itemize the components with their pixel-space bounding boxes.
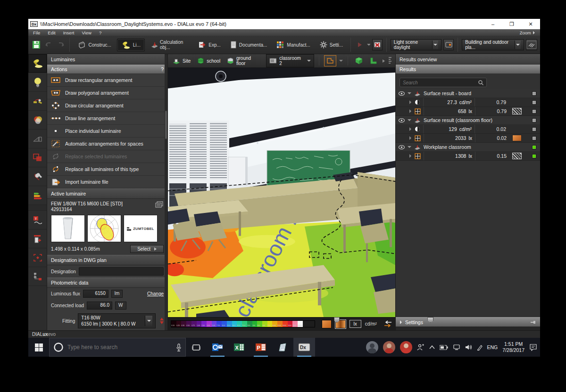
results-search[interactable] <box>400 78 487 87</box>
rail-lamps-tool[interactable] <box>28 73 47 92</box>
expand-icon[interactable] <box>409 154 412 158</box>
crumb-floor[interactable]: ground floor <box>225 55 263 67</box>
expand-icon[interactable] <box>409 136 412 140</box>
lx-unit-button[interactable]: lx <box>350 320 361 328</box>
title-bar[interactable]: Dx \\Mac\Home\Downloads\Classroom_Daylig… <box>28 19 540 29</box>
help-icon[interactable]: ? <box>161 66 164 72</box>
swatch-orange[interactable] <box>512 135 522 141</box>
crumb-building[interactable]: school <box>195 57 222 65</box>
rail-energy-tool[interactable] <box>28 186 47 205</box>
crumb-site[interactable]: Site <box>171 57 192 65</box>
people-avatar-3[interactable] <box>400 341 412 353</box>
plan-view-button[interactable] <box>324 55 336 66</box>
rail-text-tool[interactable]: T <box>28 211 47 229</box>
action-import-luminaire-file[interactable]: Import luminaire file <box>47 176 167 188</box>
tab-settings[interactable]: Setti... <box>316 39 347 50</box>
microphone-icon[interactable] <box>176 343 182 351</box>
photometric-curve-thumbnail[interactable] <box>87 215 121 242</box>
change-link[interactable]: Change <box>147 291 164 296</box>
cdm2-unit-label[interactable]: cd/m² <box>365 321 377 327</box>
left-panel-scrollbar[interactable] <box>165 54 167 330</box>
view-more-arrow[interactable] <box>383 59 385 63</box>
menu-help[interactable]: ? <box>99 30 101 35</box>
view-3d-button[interactable] <box>353 55 365 67</box>
light-scene-dropdown[interactable]: Light scene daylight <box>391 39 441 50</box>
collapse-icon[interactable] <box>408 92 411 95</box>
swatch-hatched[interactable] <box>512 108 522 114</box>
expand-icon[interactable] <box>409 109 412 113</box>
menu-edit[interactable]: Edit <box>48 30 55 35</box>
luminous-flux-value[interactable]: 6150 <box>83 290 108 298</box>
calc-dropdown-arrow[interactable] <box>367 43 370 46</box>
collapse-icon[interactable] <box>408 119 411 122</box>
menu-insert[interactable]: Insert <box>63 30 75 35</box>
people-avatar-1[interactable] <box>366 341 378 353</box>
view-2d-button[interactable] <box>367 55 380 67</box>
menu-file[interactable]: File <box>33 30 40 35</box>
save-button[interactable] <box>31 39 42 51</box>
tab-construction[interactable]: Construc... <box>74 39 115 50</box>
action-draw-polygonal[interactable]: Draw polygonal arrangement <box>47 87 167 99</box>
eye-icon[interactable] <box>399 118 405 122</box>
speaker-icon[interactable] <box>465 344 472 350</box>
action-draw-rectangular[interactable]: Draw rectangular arrangement <box>47 74 167 87</box>
taskbar-excel[interactable]: X <box>228 338 250 357</box>
fitting-dropdown[interactable]: T16 80W 6150 lm | 3000 K | 80.0 W <box>78 313 156 328</box>
reset-scale-icon[interactable] <box>383 320 392 328</box>
task-view-button[interactable] <box>186 338 207 357</box>
result-row-workplane-illuminance[interactable]: 1308lx 0.15 <box>396 152 540 161</box>
people-avatar-2[interactable] <box>383 341 395 353</box>
action-draw-line[interactable]: Draw line arrangement <box>47 112 167 125</box>
action-draw-circular[interactable]: Draw circular arrangement <box>47 99 167 112</box>
cancel-calculation-button[interactable] <box>372 39 383 50</box>
light-scene-display-button[interactable] <box>443 39 454 50</box>
collapse-icon[interactable] <box>408 146 411 148</box>
action-place-individual[interactable]: Place individual luminaire <box>47 125 167 138</box>
copy-datasheet-icon[interactable] <box>155 201 164 208</box>
eye-icon[interactable] <box>399 91 405 96</box>
luminaire-photo-thumbnail[interactable] <box>51 215 85 242</box>
network-icon[interactable] <box>453 344 460 350</box>
viewport-3d-scene[interactable]: classroom 2 <box>168 68 395 317</box>
room-selector[interactable]: classroom 2 <box>266 54 315 67</box>
rail-maintenance-tool[interactable] <box>28 167 47 186</box>
rail-connections-tool[interactable] <box>28 267 47 286</box>
result-group-floor[interactable]: Surface result (classroom floor) <box>396 116 540 125</box>
pin-icon[interactable] <box>531 320 536 324</box>
tab-light[interactable]: Li... <box>117 39 145 51</box>
action-replace-all[interactable]: Replace all luminaires of this type <box>47 163 167 176</box>
view-notes-icon[interactable] <box>388 57 392 65</box>
connected-load-value[interactable]: 86.0 <box>87 302 112 310</box>
close-button[interactable]: ✕ <box>521 19 540 29</box>
language-indicator[interactable]: ENG <box>487 344 498 350</box>
rail-focus-tool[interactable] <box>28 248 47 267</box>
maximize-button[interactable]: ❐ <box>502 19 521 29</box>
eye-icon[interactable] <box>399 145 405 149</box>
rail-scenes-tool[interactable] <box>28 130 47 148</box>
tab-manufacturer[interactable]: Manufact... <box>273 39 314 50</box>
result-group-workplane[interactable]: Workplane classroom <box>396 143 540 152</box>
taskbar-powerpoint[interactable]: P <box>250 338 272 357</box>
tray-chevron-icon[interactable] <box>429 345 435 349</box>
rail-joints-tool[interactable] <box>28 92 47 111</box>
results-search-input[interactable] <box>403 80 478 85</box>
solid-colour-display-button[interactable] <box>322 320 332 328</box>
roof-visibility-button[interactable] <box>526 39 537 50</box>
building-dropdown[interactable]: Building and outdoor pla... <box>462 39 524 50</box>
brand-logo-thumbnail[interactable]: ZUMTOBEL <box>124 215 158 242</box>
result-row-board-luminance[interactable]: 27.3cd/m² 0.79 <box>396 98 540 107</box>
taskbar-dialux[interactable]: Dx <box>293 338 315 357</box>
rail-light-colour-tool[interactable] <box>28 111 47 130</box>
taskbar-notepad[interactable] <box>272 338 293 357</box>
swatch-hatched[interactable] <box>512 153 522 159</box>
start-calculation-button[interactable] <box>355 39 365 51</box>
result-row-floor-luminance[interactable]: 129cd/m² 0.02 <box>396 125 540 134</box>
plan-dropdown-arrow[interactable] <box>339 59 343 62</box>
result-group-board[interactable]: Surface result - board <box>396 89 540 98</box>
settings-bar[interactable]: Settings <box>396 317 540 327</box>
rail-luminaires-tool[interactable] <box>28 54 47 73</box>
taskbar-search[interactable] <box>49 338 186 357</box>
rail-column-tool[interactable] <box>28 229 47 248</box>
taskbar-search-input[interactable] <box>67 344 172 351</box>
undo-button[interactable] <box>43 39 54 51</box>
